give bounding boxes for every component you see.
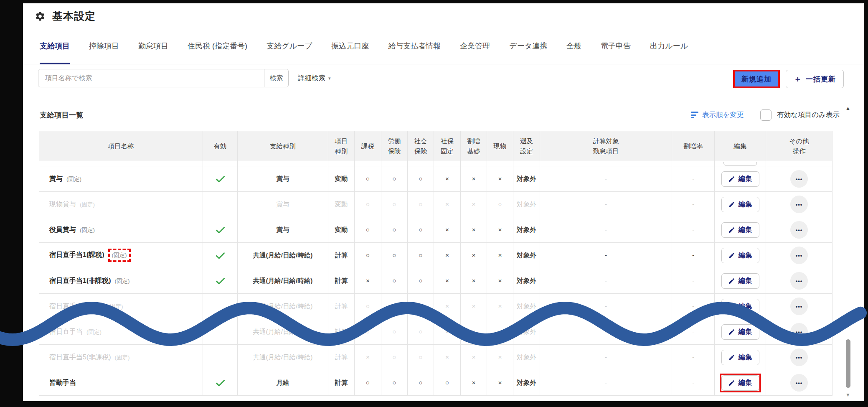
scrollbar[interactable]: ▲ ▼	[845, 105, 852, 398]
tab-item[interactable]: 住民税 (指定番号)	[188, 41, 247, 64]
scrollbar-thumb[interactable]	[846, 339, 850, 388]
column-header: 計算対象 勤怠項目	[540, 131, 672, 161]
more-cell: •••	[766, 319, 832, 345]
edit-button[interactable]: 編集	[721, 273, 759, 289]
more-options-button[interactable]: •••	[790, 323, 808, 341]
edit-button[interactable]: 編集	[721, 375, 759, 391]
more-cell: •••	[766, 345, 832, 370]
pay-type-cell: 共通(月給/日給/時給)	[238, 243, 328, 268]
add-new-button[interactable]: 新規追加	[735, 71, 778, 86]
active-only-checkbox[interactable]	[760, 109, 772, 121]
basic-settings-page: 基本設定 支給項目控除項目勤怠項目住民税 (指定番号)支給グループ振込元口座給与…	[23, 3, 864, 401]
more-options-button[interactable]: •••	[790, 221, 808, 239]
edit-cell: 編集	[715, 370, 766, 396]
table-row-partial	[39, 161, 832, 166]
column-header: 課税	[355, 131, 381, 161]
more-options-button[interactable]: •••	[790, 247, 808, 264]
screen-frame: 基本設定 支給項目控除項目勤怠項目住民税 (指定番号)支給グループ振込元口座給与…	[0, 0, 868, 407]
edit-button[interactable]: 編集	[721, 350, 759, 365]
check-icon	[215, 224, 226, 236]
table-row: 皆勤手当月給計算○○○○××対象外--編集•••	[39, 370, 832, 396]
column-header: 項目 種別	[328, 131, 355, 161]
column-header: 割増率	[672, 131, 715, 161]
item-type-cell: 計算	[328, 243, 355, 268]
bulk-update-button[interactable]: ＋ 一括更新	[786, 70, 844, 88]
flag-cell: ×	[487, 268, 513, 294]
item-name: 宿日直手当5(非課税)	[49, 354, 111, 361]
more-options-button[interactable]: •••	[790, 298, 808, 315]
search-button[interactable]: 検索	[264, 69, 288, 87]
item-name-cell: 宿日直手当(固定)	[39, 319, 203, 345]
item-type-cell: 変動	[328, 217, 355, 243]
flag-cell: ○	[434, 370, 461, 396]
scrollbar-up-arrow-icon[interactable]: ▲	[845, 105, 850, 111]
premium-rate-cell: -	[672, 243, 715, 268]
tab-item[interactable]: 支給グループ	[266, 41, 312, 64]
flag-cell: ×	[461, 192, 487, 217]
toolbar: 検索 詳細検索 ▾ 新規追加 ＋ 一括更新	[23, 69, 864, 89]
edit-button-partial[interactable]	[723, 162, 757, 166]
premium-rate-cell: -	[672, 192, 715, 217]
item-name-cell: 宿日直手当1(非課税)(固定)	[39, 268, 203, 294]
flag-cell: ○	[408, 268, 434, 294]
edit-cell: 編集	[715, 319, 766, 345]
check-icon	[215, 275, 226, 287]
flag-cell: ×	[434, 217, 461, 243]
more-options-button[interactable]: •••	[790, 374, 808, 392]
tab-item[interactable]: 給与支払者情報	[388, 41, 441, 64]
search-input[interactable]	[38, 69, 264, 87]
more-options-button[interactable]: •••	[790, 348, 808, 366]
tab-item[interactable]: 出力ルール	[650, 41, 688, 64]
flag-cell: ○	[381, 294, 408, 319]
calc-target-cell: -	[540, 217, 672, 243]
pay-type-cell: 賞与	[238, 166, 328, 192]
edit-button[interactable]: 編集	[721, 299, 759, 314]
edit-button[interactable]: 編集	[721, 171, 759, 187]
change-display-order-link[interactable]: 表示順を変更	[702, 110, 744, 120]
table-row: 宿日直手当5(非課税)(固定)共通(月給/日給/時給)計算×○○×××対象外--…	[39, 345, 832, 370]
active-check-cell	[203, 294, 238, 319]
more-options-button[interactable]: •••	[790, 170, 808, 188]
advanced-search-toggle[interactable]: 詳細検索 ▾	[298, 69, 331, 87]
active-check-cell	[203, 268, 238, 294]
check-icon	[215, 250, 226, 261]
flag-cell: ○	[408, 243, 434, 268]
partial-cell	[540, 161, 672, 166]
tab-item[interactable]: 全般	[566, 41, 581, 64]
page-header: 基本設定	[35, 9, 96, 23]
retro-cell: 対象外	[513, 217, 540, 243]
item-type-cell: 計算	[328, 370, 355, 396]
flag-cell: ×	[434, 294, 461, 319]
retro-cell: 対象外	[513, 294, 540, 319]
edit-button[interactable]: 編集	[721, 324, 759, 340]
tab-item[interactable]: 支給項目	[40, 41, 70, 64]
item-type-cell: 計算	[328, 319, 355, 345]
more-options-button[interactable]: •••	[790, 196, 808, 213]
edit-button[interactable]: 編集	[721, 248, 759, 263]
annotation-box-add-new: 新規追加	[733, 70, 780, 88]
edit-button[interactable]: 編集	[721, 222, 759, 238]
pay-type-cell: 賞与	[238, 217, 328, 243]
edit-button[interactable]: 編集	[721, 197, 759, 212]
more-options-button[interactable]: •••	[790, 272, 808, 290]
more-cell: •••	[766, 192, 832, 217]
column-header: 支給種別	[238, 131, 328, 161]
pay-type-cell: 月給	[238, 370, 328, 396]
partial-cell	[715, 161, 766, 166]
item-name-suffix: (固定)	[80, 201, 95, 208]
tab-item[interactable]: 勤怠項目	[138, 41, 168, 64]
item-type-cell: 変動	[328, 192, 355, 217]
table-row: 役員賞与(固定)賞与変動○○○×××対象外--編集•••	[39, 217, 832, 243]
tab-item[interactable]: 電子申告	[601, 41, 631, 64]
flag-cell: ○	[408, 345, 434, 370]
tab-item[interactable]: データ連携	[509, 41, 547, 64]
flag-cell: ○	[408, 319, 434, 345]
flag-cell: ×	[434, 243, 461, 268]
tab-item[interactable]: 企業管理	[460, 41, 490, 64]
check-icon	[215, 173, 226, 185]
tab-item[interactable]: 振込元口座	[331, 41, 369, 64]
pay-type-cell: 共通(月給/日給/時給)	[238, 294, 328, 319]
tab-item[interactable]: 控除項目	[89, 41, 119, 64]
scrollbar-down-arrow-icon[interactable]: ▼	[845, 392, 850, 398]
item-name-suffix: (固定)	[115, 354, 130, 361]
